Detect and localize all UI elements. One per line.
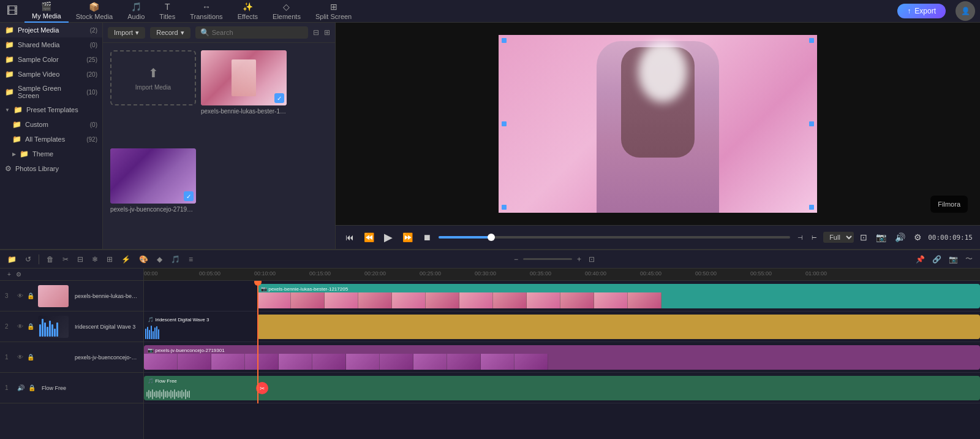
media-panel: Import ▾ Record ▾ 🔍 ⊟ ⊞ ⬆ Import Media [103,23,336,249]
nav-item-titles[interactable]: TTitles [152,0,183,23]
track-3-lock-button[interactable]: 🔒 [27,292,34,299]
filmora-watermark: Filmora [930,196,968,213]
clip-2-gold[interactable] [257,315,980,339]
tl-audio-waveform-button[interactable]: 〜 [963,253,975,265]
sidebar-item-shared-media[interactable]: 📁Shared Media(0) [0,37,102,52]
sidebar-item-sample-green[interactable]: 📁Sample Green Screen(10) [0,82,102,102]
tl-magnet-button[interactable]: 🔗 [930,253,944,265]
grid-view-icon[interactable]: ⊞ [324,28,330,37]
tl-cut-button[interactable]: ✂ [60,254,71,265]
tl-zoom-out[interactable]: − [511,254,521,265]
tl-zoom-in[interactable]: + [575,254,584,265]
card-label-2: pexels-jv-buenconcejo-2719301 [110,206,196,213]
folder-icon-project-media: 📁 [5,26,14,34]
tl-audio-button[interactable]: 🎵 [168,254,183,265]
export-button[interactable]: ↑ Export [897,4,946,18]
track-1-eye-button[interactable]: 👁 [17,354,23,361]
track-2-lock-button[interactable]: 🔒 [27,323,34,330]
folder-icon-photos-library: ⚙ [5,164,12,173]
step-back-button[interactable]: ⏪ [361,231,377,243]
track-3-eye-button[interactable]: 👁 [17,292,23,299]
tl-more-button[interactable]: ≡ [186,254,195,265]
record-button[interactable]: Record ▾ [150,27,190,39]
sidebar-item-sample-video[interactable]: 📁Sample Video(20) [0,67,102,82]
track-row-1: 📷 pexels-jv-buenconcejo-2719301 [144,342,980,373]
folder-icon-custom: 📁 [12,120,21,129]
tl-add-track-button[interactable]: + [5,270,13,279]
tl-folder-button[interactable]: 📁 [5,254,19,265]
nav-item-audio[interactable]: 🎵Audio [120,0,152,23]
folder-icon-sample-green: 📁 [5,88,14,96]
tl-freeze-button[interactable]: ❄ [89,254,100,265]
ruler-time-4: 00:20:00 [364,270,386,277]
tl-delete-button[interactable]: 🗑 [44,254,56,265]
nav-item-elements[interactable]: ◇Elements [265,0,308,23]
step-forward-button[interactable]: ⏩ [400,231,415,243]
tl-fit-button[interactable]: ⊡ [586,254,597,265]
tl-undo-back[interactable]: ↺ [23,254,34,265]
import-button[interactable]: Import ▾ [108,27,145,39]
clip-2-preview[interactable]: 🎵 Iridescent Digital Wave 3 [144,315,254,339]
sidebar-item-theme[interactable]: ▶📁Theme [0,147,102,161]
timeline-content: 3 👁 🔒 pexels-bennie-lukas-bester-1217205… [0,281,980,439]
settings-button[interactable]: ⚙ [911,231,924,243]
track-2-eye-button[interactable]: 👁 [17,323,23,330]
ruler-time-8: 00:40:00 [585,270,606,277]
stop-button[interactable]: ⏹ [420,231,434,243]
zoom-slider[interactable] [523,258,572,260]
progress-bar[interactable] [439,236,790,239]
track-1-lock-button[interactable]: 🔒 [27,354,34,361]
clip-1[interactable]: 📷 pexels-jv-buenconcejo-2719301 [144,345,980,370]
user-avatar[interactable]: 👤 [956,1,975,21]
top-navigation: 🎞 🎬My Media📦Stock Media🎵AudioTTitles↔Tra… [0,0,980,23]
folder-icon-shared-media: 📁 [5,40,14,49]
tl-speed-button[interactable]: ⚡ [119,254,133,265]
nav-item-effects[interactable]: ✨Effects [230,0,265,23]
fullscreen-button[interactable]: ⊡ [858,231,870,243]
sidebar-item-all-templates[interactable]: 📁All Templates(92) [0,132,102,147]
tl-track-settings-button[interactable]: ⚙ [13,270,24,279]
nav-item-my-media[interactable]: 🎬My Media [24,0,69,23]
import-media-card[interactable]: ⬆ Import Media [110,50,196,143]
sidebar-item-custom[interactable]: 📁Custom(0) [0,117,102,132]
ruler-time-0: 00:00 [144,270,158,277]
quality-select[interactable]: Full [823,232,854,243]
tracks-container: 📷 pexels-bennie-lukas-bester-1217205 [144,281,980,403]
prev-frame-button[interactable]: ⊣ [795,233,805,242]
tl-keyframe-button[interactable]: ◆ [154,254,165,265]
track-label-1: 1 👁 🔒 pexels-jv-buenconcejo-2719301 [0,342,143,373]
media-card-1[interactable]: ✓ pexels-bennie-lukas-bester-1217205 [201,50,287,143]
track-audio-mute-button[interactable]: 🔊 [17,384,24,391]
track-row-3: 📷 pexels-bennie-lukas-bester-1217205 [144,281,980,311]
track-labels: 3 👁 🔒 pexels-bennie-lukas-bester-1217205… [0,281,144,439]
playhead[interactable] [257,281,258,403]
track-audio-lock-button[interactable]: 🔒 [28,384,36,391]
app-logo: 🎞 [0,5,24,18]
nav-item-stock-media[interactable]: 📦Stock Media [69,0,121,23]
sidebar-item-photos-library[interactable]: ⚙Photos Library [0,161,102,176]
clip-audio[interactable]: 🎵 Flow Free [144,376,980,400]
filter-icon[interactable]: ⊟ [313,28,319,37]
tl-color-button[interactable]: 🎨 [137,254,151,265]
nav-item-transitions[interactable]: ↔Transitions [183,0,230,23]
media-card-2[interactable]: ✓ pexels-jv-buenconcejo-2719301 [110,148,196,242]
nav-item-split-screen[interactable]: ⊞Split Screen [308,0,359,23]
tl-snap-button[interactable]: 📌 [913,253,927,265]
tl-split-button[interactable]: ⊟ [75,254,86,265]
sidebar-item-preset-templates[interactable]: ▼📁Preset Templates [0,102,102,117]
card-check-2: ✓ [184,191,194,201]
audio-button[interactable]: 🔊 [892,231,908,243]
play-button[interactable]: ▶ [382,229,395,245]
tracks-scroll-area[interactable]: 📷 pexels-bennie-lukas-bester-1217205 [144,281,980,439]
screenshot-button[interactable]: 📷 [873,231,889,243]
next-frame-button[interactable]: ⊢ [809,233,820,242]
ruler-time-6: 00:30:00 [475,270,496,277]
track-3-thumb [38,285,69,307]
sidebar-item-project-media[interactable]: 📁Project Media(2) [0,23,102,37]
tl-crop-button[interactable]: ⊞ [104,254,115,265]
tl-camera-button[interactable]: 📷 [946,253,960,265]
search-input[interactable] [212,29,303,36]
clip-3[interactable]: 📷 pexels-bennie-lukas-bester-1217205 [257,284,980,308]
sidebar-item-sample-color[interactable]: 📁Sample Color(25) [0,52,102,67]
skip-back-button[interactable]: ⏮ [343,231,356,243]
